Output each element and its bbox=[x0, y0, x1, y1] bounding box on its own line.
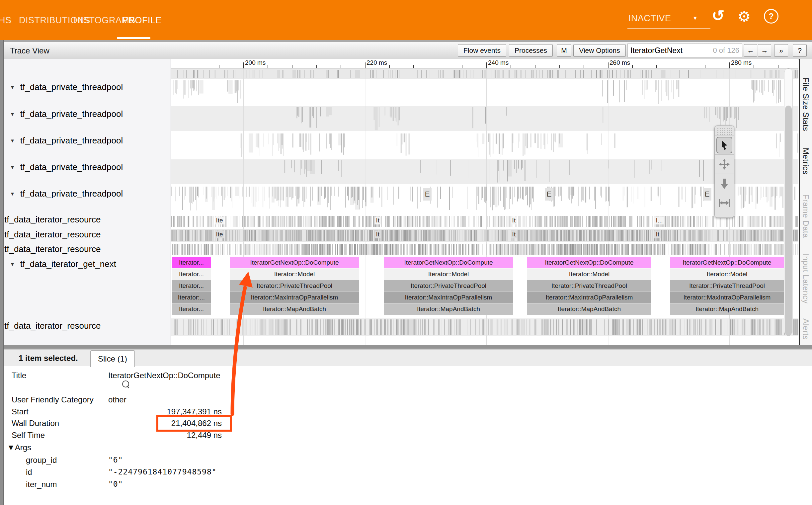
tab-profile[interactable]: PROFILE bbox=[122, 15, 162, 26]
tab-graphs-partial[interactable]: HS bbox=[0, 15, 12, 26]
track-label-tf_data_iterator_resource[interactable]: tf_data_iterator_resource bbox=[4, 214, 101, 225]
resource-slice-label[interactable]: It bbox=[375, 216, 381, 224]
view-options-button[interactable]: View Options bbox=[573, 44, 626, 57]
trace-slice[interactable]: Iterator::Model bbox=[670, 268, 784, 280]
trace-slice[interactable]: Iterator... bbox=[172, 303, 211, 315]
expand-panel-button[interactable]: » bbox=[774, 44, 788, 57]
trace-slice[interactable]: IteratorGetNextOp::DoCompute bbox=[384, 257, 513, 268]
timeline-canvas[interactable]: 200 ms220 ms240 ms260 ms280 ms EEEIteItI… bbox=[171, 59, 798, 345]
instant-event-marker[interactable]: E bbox=[703, 188, 712, 200]
trace-slice[interactable]: Iterator::PrivateThreadPool bbox=[384, 280, 513, 292]
top-toolbar: HS DISTRIBUTIONS HISTOGRAMS PROFILE INAC… bbox=[0, 0, 812, 40]
find-previous-button[interactable]: ← bbox=[744, 44, 757, 57]
trace-slice[interactable]: Iterator... bbox=[172, 280, 211, 292]
trace-slice[interactable]: Iterator::MapAndBatch bbox=[670, 303, 784, 315]
track-label-tf_data_iterator_resource[interactable]: tf_data_iterator_resource bbox=[4, 229, 101, 240]
resource-slice-label[interactable]: It bbox=[511, 230, 517, 238]
resource-slice-label[interactable]: It bbox=[511, 216, 517, 224]
side-tab-metrics[interactable]: Metrics bbox=[801, 148, 810, 175]
collapse-arrow-icon[interactable]: ▼ bbox=[10, 111, 15, 117]
trace-slice[interactable]: Iterator::PrivateThreadPool bbox=[230, 280, 359, 292]
panel-resize-divider[interactable] bbox=[4, 345, 812, 350]
instant-event-marker[interactable]: E bbox=[423, 188, 432, 200]
trace-slice[interactable]: Iterator:... bbox=[172, 292, 211, 303]
timing-tool-button[interactable] bbox=[715, 193, 734, 212]
collapse-arrow-icon[interactable]: ▼ bbox=[10, 191, 15, 196]
side-tab-strip: File Size StatsMetricsFrame DataInput La… bbox=[799, 59, 812, 345]
trace-slice[interactable]: IteratorGetNextOp::DoCompute bbox=[527, 257, 651, 268]
trace-slice[interactable]: Iterator::MaxIntraOpParallelism bbox=[384, 292, 513, 303]
args-label: Args bbox=[15, 443, 31, 452]
trace-slice[interactable]: Iterator::MapAndBatch bbox=[230, 303, 359, 315]
side-tab-alerts[interactable]: Alerts bbox=[801, 318, 810, 340]
resource-slice-label[interactable]: Ite bbox=[215, 216, 224, 224]
refresh-icon[interactable]: ↺ bbox=[712, 8, 725, 23]
chevron-down-icon[interactable]: ▼ bbox=[692, 15, 698, 21]
search-input[interactable]: IteratorGetNext bbox=[630, 46, 713, 55]
side-tab-file-size-stats[interactable]: File Size Stats bbox=[801, 78, 810, 131]
resource-slice-label[interactable]: It bbox=[654, 230, 661, 238]
side-tab-frame-data[interactable]: Frame Data bbox=[801, 194, 810, 238]
track-name-text: tf_data_private_threadpool bbox=[20, 189, 123, 199]
trace-slice[interactable]: IteratorGetNextOp::DoCompute bbox=[670, 257, 784, 268]
processes-button[interactable]: Processes bbox=[509, 44, 553, 57]
track-label-tf_data_iterator_get_next[interactable]: ▼tf_data_iterator_get_next bbox=[10, 258, 116, 270]
help-question-mark: ? bbox=[769, 11, 774, 22]
collapse-arrow-icon[interactable]: ▼ bbox=[10, 164, 15, 170]
trace-slice[interactable]: Iterator::Model bbox=[527, 268, 651, 280]
trace-slice[interactable]: Iterator::MapAndBatch bbox=[384, 303, 513, 315]
track-label-tf_data_private_threadpool[interactable]: ▼tf_data_private_threadpool bbox=[10, 188, 123, 199]
zoom-tool-button[interactable] bbox=[715, 174, 734, 193]
track-label-tf_data_iterator_resource[interactable]: tf_data_iterator_resource bbox=[4, 320, 101, 331]
trace-slice[interactable]: Iterator::PrivateThreadPool bbox=[527, 280, 651, 292]
select-tool-button[interactable] bbox=[715, 135, 734, 154]
timeline-scrollbar-thumb[interactable] bbox=[785, 106, 792, 336]
trace-slice[interactable]: Iterator::MapAndBatch bbox=[527, 303, 651, 315]
trace-slice[interactable]: Iterator::Model bbox=[230, 268, 359, 280]
trace-slice[interactable]: Iterator::MaxIntraOpParallelism bbox=[527, 292, 651, 303]
track-label-tf_data_private_threadpool[interactable]: ▼tf_data_private_threadpool bbox=[10, 108, 123, 120]
trace-view-title: Trace View bbox=[10, 46, 49, 55]
run-selector-underline bbox=[627, 28, 710, 28]
resource-slice-label[interactable]: Ite bbox=[215, 230, 224, 238]
trace-slice[interactable]: Iterator::MaxIntraOpParallelism bbox=[230, 292, 359, 303]
resource-slice-label[interactable]: I... bbox=[654, 216, 664, 224]
find-box[interactable]: IteratorGetNext 0 of 126 bbox=[627, 43, 742, 57]
trace-slice[interactable]: Iterator::PrivateThreadPool bbox=[670, 280, 784, 292]
run-selector[interactable]: INACTIVE bbox=[628, 13, 671, 24]
trace-slice[interactable]: IteratorGetNextOp::DoCompute bbox=[230, 257, 359, 268]
trace-slice[interactable]: Iterator... bbox=[172, 257, 211, 268]
move-icon bbox=[719, 159, 730, 170]
args-collapse-arrow: ▼ bbox=[7, 443, 15, 452]
m-button[interactable]: M bbox=[557, 44, 571, 57]
flow-events-button[interactable]: Flow events bbox=[458, 44, 506, 57]
collapse-arrow-icon[interactable]: ▼ bbox=[10, 138, 15, 143]
track-label-tf_data_private_threadpool[interactable]: ▼tf_data_private_threadpool bbox=[10, 161, 123, 173]
trace-slice[interactable]: Iterator::Model bbox=[384, 268, 513, 280]
track-label-tf_data_private_threadpool[interactable]: ▼tf_data_private_threadpool bbox=[10, 81, 123, 93]
detail-field-label: Title bbox=[12, 371, 26, 380]
track-label-tf_data_iterator_resource[interactable]: tf_data_iterator_resource bbox=[4, 243, 101, 255]
side-tab-input-latency[interactable]: Input Latency bbox=[801, 254, 810, 304]
palette-drag-handle[interactable] bbox=[717, 127, 732, 135]
trace-slice[interactable]: Iterator::MaxIntraOpParallelism bbox=[670, 292, 784, 303]
pan-tool-button[interactable] bbox=[715, 154, 734, 174]
trace-slice[interactable]: Iterator... bbox=[172, 268, 211, 280]
help-icon[interactable]: ? bbox=[764, 9, 779, 24]
trace-help-button[interactable]: ? bbox=[793, 44, 807, 57]
collapse-arrow-icon[interactable]: ▼ bbox=[10, 84, 15, 90]
find-next-button[interactable]: → bbox=[758, 44, 771, 57]
instant-event-marker[interactable]: E bbox=[545, 188, 553, 200]
slice-tab[interactable]: Slice (1) bbox=[90, 350, 135, 367]
detail-field-value: other bbox=[108, 395, 127, 404]
resource-slice-label[interactable]: It bbox=[375, 230, 381, 238]
gear-icon[interactable]: ⚙ bbox=[738, 9, 751, 24]
iterator-get-next-slice-group: IteratorGetNextOp::DoComputeIterator::Mo… bbox=[230, 257, 359, 315]
track-label-tf_data_private_threadpool[interactable]: ▼tf_data_private_threadpool bbox=[10, 135, 123, 146]
magnifier-icon[interactable] bbox=[122, 380, 129, 387]
args-section-toggle[interactable]: ▼Args bbox=[7, 443, 31, 452]
track-name-text: tf_data_iterator_resource bbox=[4, 321, 101, 331]
arg-key: iter_num bbox=[26, 480, 57, 489]
collapse-arrow-icon[interactable]: ▼ bbox=[10, 261, 15, 267]
down-arrow-icon bbox=[720, 178, 729, 189]
